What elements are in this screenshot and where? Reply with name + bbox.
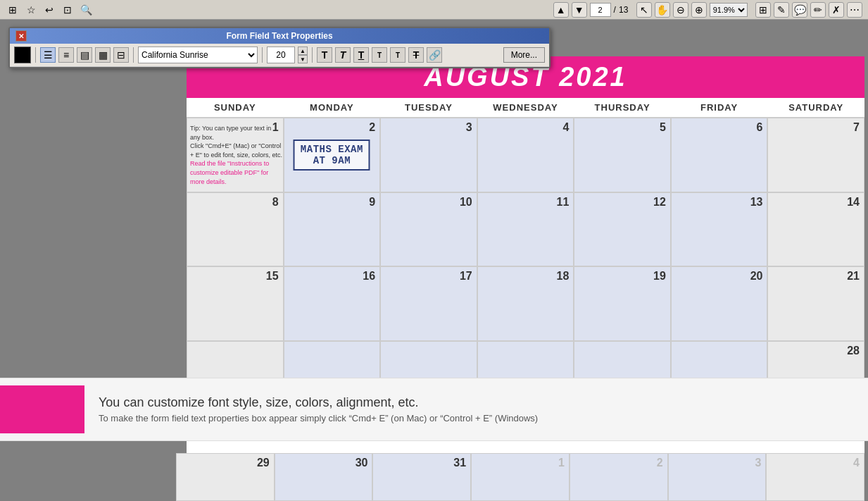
cell-num-19: 19 xyxy=(653,270,666,283)
app-icon-2[interactable]: ☆ xyxy=(24,3,38,17)
page-separator: / xyxy=(614,5,616,15)
cal-cell-aug14[interactable]: 14 xyxy=(767,192,864,267)
strikethrough-btn[interactable]: T xyxy=(408,47,424,63)
app-icon-1[interactable]: ⊞ xyxy=(6,3,20,17)
cell-num-8: 8 xyxy=(272,196,279,209)
page-number-input[interactable]: 2 xyxy=(590,3,611,17)
cal-cell-aug9[interactable]: 9 xyxy=(284,192,381,267)
annotate-tool[interactable]: ✎ xyxy=(774,2,789,18)
measure-tool[interactable]: ⊞ xyxy=(755,2,771,18)
download-btn[interactable]: ▼ xyxy=(572,2,587,18)
cal-cell-29[interactable]: 29 xyxy=(176,453,275,501)
cell-num-17: 17 xyxy=(460,270,472,283)
align-left-btn[interactable]: ☰ xyxy=(40,47,56,63)
cal-cell-aug16[interactable]: 16 xyxy=(284,266,381,341)
cal-cell-aug11[interactable]: 11 xyxy=(477,192,574,267)
calendar-day-headers: SUNDAY MONDAY TUESDAY WEDNESDAY THURSDAY… xyxy=(187,98,864,118)
day-header-wed: WEDNESDAY xyxy=(477,98,574,117)
separator-3 xyxy=(262,47,263,63)
color-swatch[interactable] xyxy=(14,47,31,63)
cal-cell-aug8[interactable]: 8 xyxy=(187,192,284,267)
app-toolbar-icons: ⊞ ☆ ↩ ⊡ 🔍 xyxy=(6,3,93,17)
cell-num-sep1: 1 xyxy=(558,457,565,469)
link-btn[interactable]: 🔗 xyxy=(427,47,442,63)
cell-num-10: 10 xyxy=(460,196,472,209)
cal-cell-aug19[interactable]: 19 xyxy=(574,266,671,341)
notification-bar: You can customize font style, size, colo… xyxy=(0,378,868,441)
day-header-tue: TUESDAY xyxy=(380,98,477,117)
draw-tool[interactable]: ✏ xyxy=(810,2,826,18)
align-extra-btn[interactable]: ⊟ xyxy=(113,47,129,63)
zoom-select[interactable]: 91.9% 100% 125% 150% xyxy=(710,3,748,17)
cal-cell-31[interactable]: 31 xyxy=(372,453,471,501)
app-icon-5[interactable]: 🔍 xyxy=(79,3,93,17)
pdf-navigation: ▲ ▼ 2 / 13 ↖ ✋ ⊖ ⊕ 91.9% 100% 125% 150% … xyxy=(553,2,862,18)
font-size-up[interactable]: ▲ xyxy=(298,47,308,55)
cal-cell-aug17[interactable]: 17 xyxy=(380,266,477,341)
exam-event[interactable]: MATHS EXAM AT 9AM xyxy=(294,140,370,171)
cal-cell-aug3[interactable]: 3 xyxy=(380,118,477,192)
zoom-out-btn[interactable]: ⊖ xyxy=(673,2,688,18)
cell-num-sep3: 3 xyxy=(755,457,761,469)
cell-num-28: 28 xyxy=(847,345,860,357)
cell-num-29: 29 xyxy=(257,457,270,469)
align-center-btn[interactable]: ≡ xyxy=(58,47,74,63)
zoom-in-btn[interactable]: ⊕ xyxy=(691,2,707,18)
italic-btn[interactable]: T xyxy=(335,47,351,63)
superscript-btn[interactable]: T xyxy=(372,47,387,63)
cal-cell-aug15[interactable]: 15 xyxy=(187,266,284,341)
cal-cell-aug7[interactable]: 7 xyxy=(767,118,864,192)
cal-bottom-row: 29 30 31 1 2 3 4 xyxy=(176,453,864,501)
day-header-sun: SUNDAY xyxy=(187,98,284,117)
form-panel-close-btn[interactable]: ✕ xyxy=(15,30,27,42)
cell-num-7: 7 xyxy=(853,121,860,134)
font-family-select[interactable]: California Sunrise xyxy=(138,47,258,63)
cal-cell-aug2[interactable]: 2 MATHS EXAM AT 9AM xyxy=(284,118,381,192)
cal-cell-30[interactable]: 30 xyxy=(275,453,373,501)
cal-cell-sep1[interactable]: 1 xyxy=(471,453,570,501)
notif-line2: To make the form field text properties b… xyxy=(99,413,843,423)
cursor-tool[interactable]: ↖ xyxy=(636,2,652,18)
upload-btn[interactable]: ▲ xyxy=(553,2,569,18)
align-justify-btn[interactable]: ▦ xyxy=(95,47,111,63)
cal-cell-aug12[interactable]: 12 xyxy=(574,192,671,267)
cal-cell-aug21[interactable]: 21 xyxy=(767,266,864,341)
cell-num-16: 16 xyxy=(363,270,375,283)
app-icon-4[interactable]: ⊡ xyxy=(61,3,75,17)
cal-cell-aug13[interactable]: 13 xyxy=(671,192,768,267)
subscript-btn[interactable]: T xyxy=(390,47,405,63)
cal-cell-aug6[interactable]: 6 xyxy=(671,118,768,192)
cell-num-4: 4 xyxy=(562,121,569,134)
notif-text-content: You can customize font style, size, colo… xyxy=(84,390,857,429)
bold-btn[interactable]: T xyxy=(317,47,332,63)
underline-btn[interactable]: T xyxy=(353,47,369,63)
align-right-btn[interactable]: ▤ xyxy=(77,47,92,63)
cell-num-9: 9 xyxy=(369,196,375,209)
separator-2 xyxy=(133,47,134,63)
cell-num-2: 2 xyxy=(369,121,375,134)
notif-pink-accent xyxy=(0,385,84,433)
font-size-down[interactable]: ▼ xyxy=(298,55,308,63)
cell-num-15: 15 xyxy=(266,270,279,283)
cal-cell-aug4[interactable]: 4 xyxy=(477,118,574,192)
day-header-fri: FRIDAY xyxy=(671,98,768,117)
app-icon-3[interactable]: ↩ xyxy=(42,3,56,17)
cal-cell-aug5[interactable]: 5 xyxy=(574,118,671,192)
notif-line1: You can customize font style, size, colo… xyxy=(99,395,843,410)
cal-cell-sep4[interactable]: 4 xyxy=(766,453,864,501)
cal-cell-sep3[interactable]: 3 xyxy=(668,453,767,501)
cal-cell-sep2[interactable]: 2 xyxy=(570,453,668,501)
more-btn[interactable]: More... xyxy=(503,47,545,63)
cal-cell-aug10[interactable]: 10 xyxy=(380,192,477,267)
erase-tool[interactable]: ✗ xyxy=(829,2,844,18)
cal-cell-aug20[interactable]: 20 xyxy=(671,266,768,341)
cell-num-5: 5 xyxy=(660,121,666,134)
more-tools[interactable]: ⋯ xyxy=(847,2,862,18)
cal-cell-aug18[interactable]: 18 xyxy=(477,266,574,341)
day-header-mon: MONDAY xyxy=(284,98,381,117)
font-size-input[interactable] xyxy=(267,47,295,63)
cal-cell-aug1[interactable]: 1 Tip: You can type your text in any box… xyxy=(187,118,284,192)
comment-tool[interactable]: 💬 xyxy=(792,2,807,18)
cell-num-3: 3 xyxy=(466,121,472,134)
hand-tool[interactable]: ✋ xyxy=(655,2,670,18)
